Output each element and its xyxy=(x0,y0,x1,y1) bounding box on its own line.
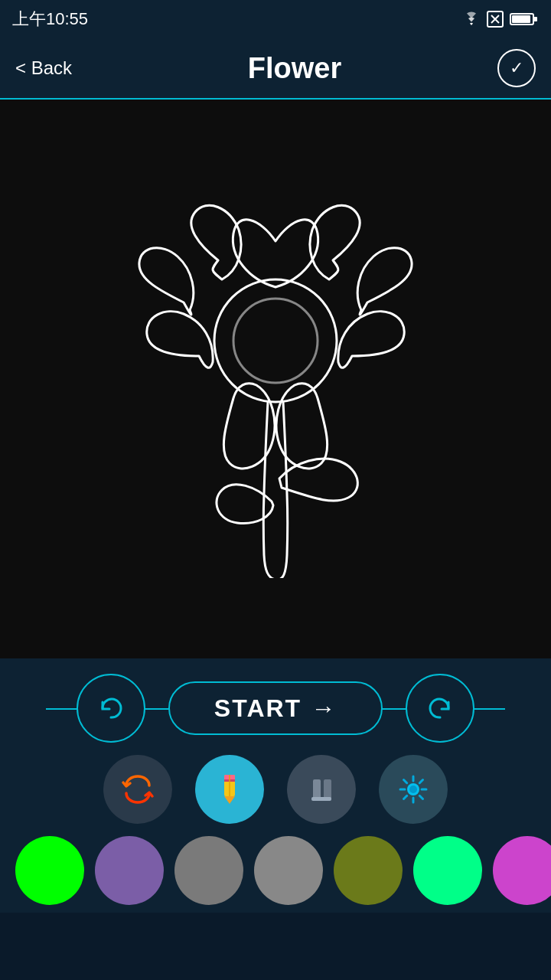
pencil-tool-button[interactable] xyxy=(195,755,264,824)
color-row xyxy=(0,836,551,905)
header: < Back Flower ✓ xyxy=(0,38,551,100)
color-magenta[interactable] xyxy=(493,836,551,905)
page-title: Flower xyxy=(92,52,497,85)
status-time: 上午10:55 xyxy=(12,8,88,31)
wifi-icon xyxy=(462,11,481,27)
start-row: START → xyxy=(0,674,551,743)
color-gray2[interactable] xyxy=(254,836,323,905)
svg-line-24 xyxy=(419,780,422,783)
svg-rect-13 xyxy=(313,779,321,799)
color-cyan-green[interactable] xyxy=(413,836,482,905)
swap-tool-button[interactable] xyxy=(103,755,172,824)
battery-icon xyxy=(510,11,539,27)
redo-button[interactable] xyxy=(406,674,474,743)
sim-icon xyxy=(487,11,504,28)
start-arrow: → xyxy=(311,694,337,723)
svg-rect-4 xyxy=(512,15,530,23)
svg-marker-9 xyxy=(224,796,235,804)
eraser-tool-button[interactable] xyxy=(287,755,356,824)
canvas-area[interactable] xyxy=(0,100,551,658)
svg-rect-5 xyxy=(533,17,537,21)
flower-drawing xyxy=(115,180,436,578)
color-green[interactable] xyxy=(15,836,84,905)
svg-line-23 xyxy=(419,795,422,799)
status-bar: 上午10:55 xyxy=(0,0,551,38)
controls-area: START → xyxy=(0,658,551,913)
undo-button[interactable] xyxy=(77,674,145,743)
svg-line-25 xyxy=(404,795,407,799)
settings-tool-button[interactable] xyxy=(379,755,448,824)
check-button[interactable]: ✓ xyxy=(497,49,536,87)
tool-row xyxy=(103,755,448,824)
svg-point-17 xyxy=(409,786,417,793)
svg-line-22 xyxy=(404,780,407,783)
color-olive[interactable] xyxy=(334,836,403,905)
svg-rect-14 xyxy=(324,779,331,799)
back-button[interactable]: < Back xyxy=(15,57,92,79)
start-label: START xyxy=(214,694,302,723)
start-button[interactable]: START → xyxy=(168,681,383,735)
svg-rect-15 xyxy=(311,797,331,801)
check-icon: ✓ xyxy=(510,58,523,78)
color-purple[interactable] xyxy=(95,836,164,905)
svg-point-7 xyxy=(233,299,318,383)
status-icons xyxy=(462,11,539,28)
color-gray1[interactable] xyxy=(174,836,243,905)
